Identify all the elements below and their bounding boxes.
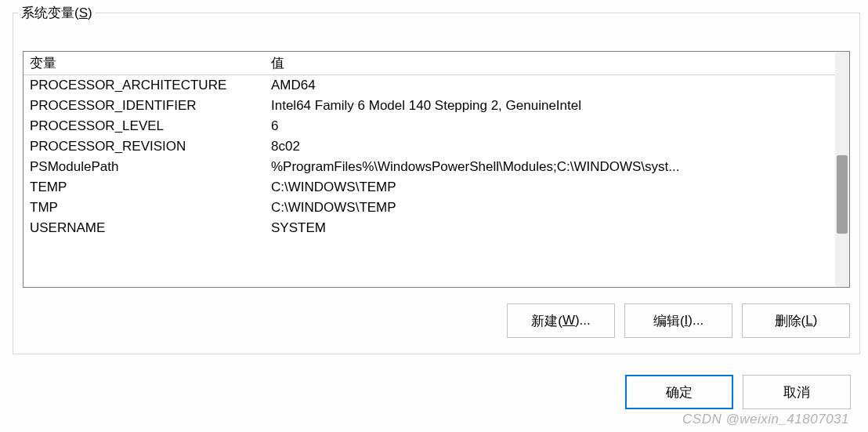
cell-variable: TMP [24,198,265,218]
btn-label-suffix: ) [813,313,818,329]
cell-value: %ProgramFiles%\WindowsPowerShell\Modules… [265,157,835,177]
btn-label-hotkey: W [562,313,575,329]
new-button[interactable]: 新建(W)... [507,303,615,338]
cell-value: Intel64 Family 6 Model 140 Stepping 2, G… [265,96,835,116]
watermark-text: CSDN @weixin_41807031 [682,412,849,427]
btn-label-hotkey: L [805,313,812,329]
groupbox-label-hotkey: S [79,5,88,20]
cell-variable: PROCESSOR_IDENTIFIER [24,96,265,116]
btn-label-prefix: 新建( [531,312,562,330]
cell-value: AMD64 [265,75,835,96]
ok-button[interactable]: 确定 [625,375,733,409]
cell-value: 6 [265,116,835,136]
cell-variable: TEMP [24,177,265,198]
btn-label-prefix: 删除( [775,312,806,330]
edit-button[interactable]: 编辑(I)... [624,303,732,338]
cell-value: C:\WINDOWS\TEMP [265,177,835,198]
vertical-scrollbar[interactable] [835,52,849,287]
groupbox-label: 系统变量(S) [18,4,96,22]
cell-value: 8c02 [265,136,835,157]
column-header-value[interactable]: 值 [265,52,835,75]
btn-label-suffix: )... [688,313,703,329]
btn-label-prefix: 编辑( [653,312,685,330]
cancel-button[interactable]: 取消 [743,375,851,409]
cell-variable: USERNAME [24,218,265,238]
system-variables-groupbox: 系统变量(S) 变量 值 PROCESSOR_ARCHITECTURE AMD6… [13,13,860,354]
variables-table[interactable]: 变量 值 PROCESSOR_ARCHITECTURE AMD64 PROCES… [23,51,850,288]
dialog-button-row: 确定 取消 [625,375,851,409]
delete-button[interactable]: 删除(L) [742,303,850,338]
cell-variable: PROCESSOR_REVISION [24,136,265,157]
column-header-variable[interactable]: 变量 [24,52,265,75]
groupbox-label-prefix: 系统变量( [21,5,79,20]
table-inner: 变量 值 PROCESSOR_ARCHITECTURE AMD64 PROCES… [24,52,835,238]
cell-value: SYSTEM [265,218,835,238]
btn-label-suffix: )... [575,313,591,329]
cell-variable: PSModulePath [24,157,265,177]
cell-value: C:\WINDOWS\TEMP [265,198,835,218]
cell-variable: PROCESSOR_ARCHITECTURE [24,75,265,96]
groupbox-button-row: 新建(W)... 编辑(I)... 删除(L) [23,303,850,338]
scrollbar-thumb[interactable] [837,155,848,234]
cell-variable: PROCESSOR_LEVEL [24,116,265,136]
groupbox-label-suffix: ) [88,5,92,20]
dialog-container: 系统变量(S) 变量 值 PROCESSOR_ARCHITECTURE AMD6… [0,0,868,432]
